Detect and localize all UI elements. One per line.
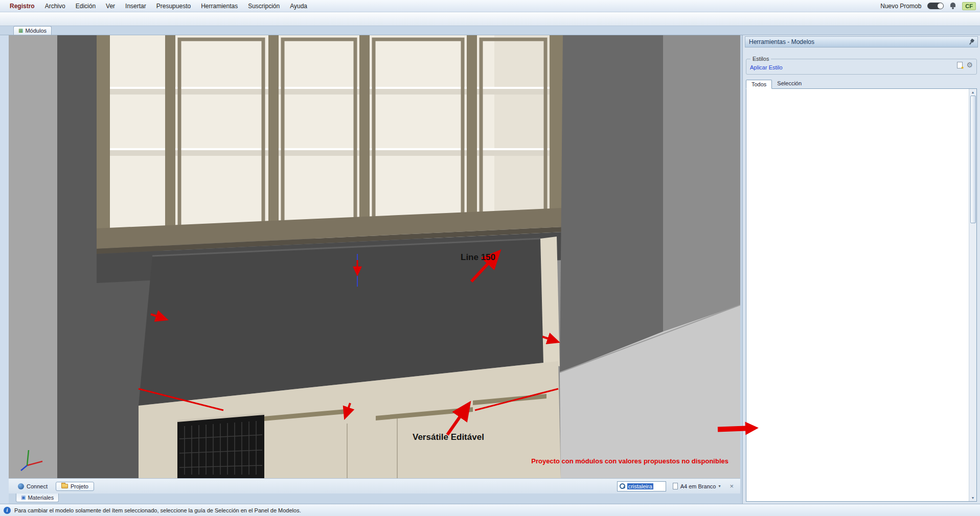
tab-modulos[interactable]: ▦ Módulos <box>13 26 52 35</box>
estilos-actions: ⚙ <box>957 61 973 68</box>
left-tool-rail <box>0 35 9 504</box>
tab-materiales[interactable]: ▣ Materiales <box>16 494 59 502</box>
nuevo-promob-toggle[interactable] <box>927 3 944 9</box>
menu-bar: RegistroArchivoEdiciónVerInsertarPresupu… <box>0 0 980 12</box>
panel-scrollbar[interactable]: ▲ ▼ <box>969 89 976 501</box>
tab-materiales-label: Materiales <box>28 495 54 501</box>
viewport-bottom-bar: Connect Projeto cristaleira A4 em Branco… <box>9 478 740 494</box>
status-bar: i Para cambiar el modelo solamente del í… <box>0 504 980 516</box>
estilos-label: Estilos <box>750 56 771 62</box>
panel-title: Herramientas - Modelos <box>749 38 814 45</box>
viewport-warning-text: Proyecto con módulos con valores propues… <box>531 457 728 465</box>
viewport-3d[interactable]: Line 150 Versátile Editável Proyecto con… <box>9 35 740 478</box>
main-area: Line 150 Versátile Editável Proyecto con… <box>0 35 980 504</box>
status-message: Para cambiar el modelo solamente del íte… <box>14 507 301 513</box>
menu-suscripcion[interactable]: Suscripción <box>243 1 284 11</box>
menu-items: RegistroArchivoEdiciónVerInsertarPresupu… <box>5 1 312 11</box>
gear-icon[interactable]: ⚙ <box>966 61 973 68</box>
scroll-up-icon[interactable]: ▲ <box>971 89 975 96</box>
center-column: Line 150 Versátile Editável Proyecto con… <box>9 35 740 504</box>
menu-ayuda[interactable]: Ayuda <box>285 1 312 11</box>
document-tab-row: ▦ Módulos <box>0 26 980 35</box>
menubar-right: Nuevo Promob CF <box>880 2 976 10</box>
search-input[interactable]: cristaleira <box>617 481 666 491</box>
tab-connect-label: Connect <box>27 483 48 489</box>
materials-icon: ▣ <box>21 495 26 500</box>
menu-edicion[interactable]: Edición <box>71 1 100 11</box>
page-format-select[interactable]: A4 em Branco ▾ <box>669 481 724 492</box>
close-icon[interactable]: × <box>727 482 736 490</box>
connect-icon <box>18 483 24 489</box>
info-icon: i <box>4 507 11 514</box>
annotation-line150: Line 150 <box>461 252 495 262</box>
tab-projeto-label: Projeto <box>71 483 88 489</box>
nuevo-promob-label: Nuevo Promob <box>880 3 921 10</box>
search-text-selected: cristaleira <box>627 483 653 489</box>
menu-herramientas[interactable]: Herramientas <box>196 1 242 11</box>
scroll-thumb[interactable] <box>970 96 976 223</box>
scroll-down-icon[interactable]: ▼ <box>971 495 975 501</box>
wine-cooler <box>177 414 264 478</box>
page-format-label: A4 em Branco <box>680 483 716 489</box>
panel-sections <box>746 89 976 91</box>
search-icon <box>620 483 625 489</box>
new-style-icon[interactable] <box>957 62 963 68</box>
3d-scene: Line 150 Versátile Editável Proyecto con… <box>9 35 740 478</box>
notifications-bell-icon[interactable] <box>950 3 956 9</box>
menu-ver[interactable]: Ver <box>101 1 120 11</box>
chevron-down-icon: ▾ <box>718 484 720 488</box>
menu-presupuesto[interactable]: Presupuesto <box>152 1 195 11</box>
modules-grid-icon: ▦ <box>18 28 23 33</box>
right-walls-floor <box>560 35 740 478</box>
estilos-groupbox: Estilos Aplicar Estilo ⚙ <box>746 59 977 75</box>
panel-nav <box>745 50 978 54</box>
red-callout-arrow <box>716 420 760 438</box>
materiales-tab-row: ▣ Materiales <box>9 494 740 504</box>
pin-icon[interactable] <box>967 38 975 46</box>
tab-modulos-label: Módulos <box>25 28 47 34</box>
promob-app-window: RegistroArchivoEdiciónVerInsertarPresupu… <box>0 0 980 516</box>
annotation-versatile: Versátile Editável <box>413 432 484 442</box>
menu-insertar[interactable]: Insertar <box>121 1 151 11</box>
cf-badge[interactable]: CF <box>962 2 976 10</box>
aplicar-estilo-link[interactable]: Aplicar Estilo <box>750 64 783 71</box>
menu-archivo[interactable]: Archivo <box>40 1 70 11</box>
tab-seleccion[interactable]: Selección <box>772 79 807 88</box>
panel-tabs: Todos Selección <box>746 79 977 88</box>
tab-todos[interactable]: Todos <box>746 80 772 89</box>
toggle-knob <box>938 3 943 9</box>
menu-registro[interactable]: Registro <box>5 1 39 11</box>
panel-title-bar: Herramientas - Modelos <box>745 36 978 48</box>
tab-connect[interactable]: Connect <box>13 482 53 490</box>
tab-projeto[interactable]: Projeto <box>56 482 94 491</box>
folder-icon <box>61 484 68 488</box>
panel-content: ▲ ▼ <box>746 88 977 502</box>
upper-cabinets <box>97 35 563 254</box>
left-wall-far <box>9 35 57 478</box>
main-toolbar <box>0 12 980 26</box>
page-icon <box>673 483 678 489</box>
herramientas-modelos-panel: Herramientas - Modelos Estilos Aplicar E… <box>742 35 980 504</box>
